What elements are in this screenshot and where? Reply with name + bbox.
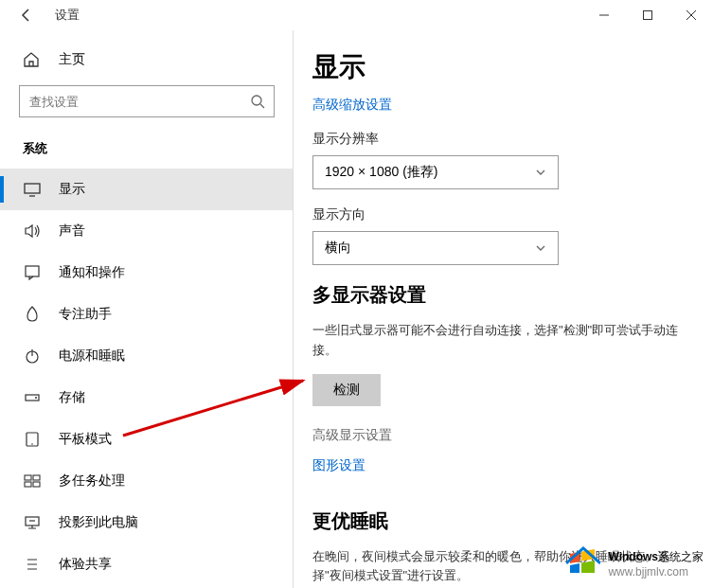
sidebar-item-label: 通知和操作 [59, 264, 125, 281]
sidebar-item-label: 体验共享 [59, 556, 112, 573]
svg-point-2 [252, 96, 261, 105]
svg-rect-15 [25, 482, 31, 487]
power-icon [23, 347, 42, 365]
sidebar-item-focus[interactable]: 专注助手 [0, 294, 294, 335]
home-button[interactable]: 主页 [0, 42, 294, 78]
chevron-down-icon [535, 167, 546, 178]
home-icon [23, 51, 42, 68]
svg-rect-1 [644, 11, 652, 20]
svg-point-10 [35, 397, 37, 399]
resolution-value: 1920 × 1080 (推荐) [325, 164, 437, 181]
display-icon [23, 181, 42, 198]
sidebar-item-sound[interactable]: 声音 [0, 210, 294, 252]
storage-icon [23, 389, 42, 406]
multi-display-desc: 一些旧式显示器可能不会进行自动连接，选择"检测"即可尝试手动连接。 [312, 321, 685, 361]
notifications-icon [23, 264, 42, 281]
svg-line-3 [260, 104, 264, 108]
minimize-button[interactable] [582, 0, 626, 30]
watermark-url: www.bjjmlv.com [608, 565, 704, 579]
svg-marker-19 [570, 563, 579, 573]
svg-marker-20 [581, 561, 595, 573]
search-input[interactable] [19, 85, 275, 117]
svg-rect-16 [33, 482, 40, 487]
sidebar-item-project[interactable]: 投影到此电脑 [0, 502, 294, 543]
category-label: 系统 [0, 133, 294, 169]
sidebar-item-notifications[interactable]: 通知和操作 [0, 252, 294, 294]
sidebar-item-label: 多任务处理 [59, 472, 125, 490]
sidebar: 主页 系统 显示 声音 通知和操作 [0, 30, 294, 588]
back-button[interactable] [17, 6, 36, 25]
sidebar-item-shared[interactable]: 体验共享 [0, 543, 294, 585]
orientation-label: 显示方向 [312, 206, 685, 223]
sleep-title: 更优睡眠 [312, 508, 685, 534]
sidebar-item-label: 投影到此电脑 [59, 514, 138, 531]
sidebar-item-multitask[interactable]: 多任务处理 [0, 460, 294, 502]
window-title: 设置 [55, 7, 80, 24]
svg-rect-6 [26, 266, 39, 276]
sidebar-item-label: 电源和睡眠 [59, 347, 125, 365]
svg-rect-14 [33, 475, 40, 480]
focus-icon [23, 306, 42, 323]
orientation-dropdown[interactable]: 横向 [312, 231, 559, 265]
sidebar-item-label: 存储 [59, 389, 85, 406]
svg-rect-4 [25, 184, 40, 193]
sidebar-item-power[interactable]: 电源和睡眠 [0, 335, 294, 377]
multitask-icon [23, 472, 42, 490]
sidebar-item-label: 声音 [59, 223, 85, 240]
tablet-icon [23, 431, 42, 448]
orientation-value: 横向 [325, 240, 351, 257]
graphics-settings-link[interactable]: 图形设置 [312, 457, 365, 474]
sidebar-item-label: 平板模式 [59, 431, 112, 448]
sidebar-item-tablet[interactable]: 平板模式 [0, 419, 294, 460]
search-icon [250, 94, 265, 109]
sidebar-item-label: 专注助手 [59, 306, 112, 323]
watermark: Windows系统之家 www.bjjmlv.com [566, 546, 704, 580]
svg-point-12 [31, 443, 33, 445]
advanced-scaling-link[interactable]: 高级缩放设置 [312, 97, 392, 114]
close-button[interactable] [669, 0, 713, 30]
maximize-button[interactable] [626, 0, 669, 30]
watermark-brand: Windows系统之家 [608, 549, 704, 565]
windows-logo-icon [566, 546, 600, 580]
svg-rect-13 [25, 475, 31, 480]
sound-icon [23, 223, 42, 240]
shared-icon [23, 556, 42, 573]
search-box[interactable] [19, 85, 275, 117]
sidebar-item-display[interactable]: 显示 [0, 169, 294, 210]
detect-button[interactable]: 检测 [312, 374, 381, 406]
chevron-down-icon [535, 242, 546, 254]
sidebar-item-storage[interactable]: 存储 [0, 377, 294, 419]
sidebar-item-label: 显示 [59, 181, 85, 198]
advanced-display-link[interactable]: 高级显示设置 [312, 427, 685, 444]
multi-display-title: 多显示器设置 [312, 282, 685, 308]
resolution-dropdown[interactable]: 1920 × 1080 (推荐) [312, 155, 559, 189]
page-title: 显示 [312, 49, 685, 85]
project-icon [23, 514, 42, 531]
home-label: 主页 [59, 51, 85, 68]
resolution-label: 显示分辨率 [312, 131, 685, 148]
content-area: 显示 高级缩放设置 显示分辨率 1920 × 1080 (推荐) 显示方向 横向… [294, 30, 713, 588]
